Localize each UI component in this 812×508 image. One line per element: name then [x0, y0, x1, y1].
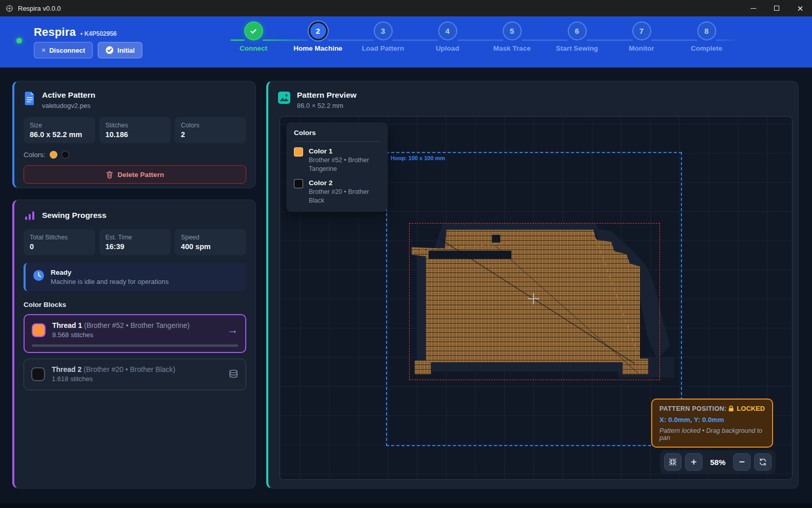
stat-size: Size 86.0 x 52.2 mm	[24, 117, 95, 143]
thread-1-swatch	[32, 323, 46, 337]
pattern-position-label: PATTERN POSITION:	[659, 405, 726, 412]
zoom-in-button[interactable]: +	[685, 453, 702, 471]
bar-chart-icon	[24, 209, 36, 222]
thread-1-name: Thread 1	[52, 321, 82, 329]
stat-est-time: Est. Time 16:39	[99, 229, 171, 255]
clock-icon	[33, 270, 45, 281]
pattern-filename: valetudogv2.pes	[42, 102, 95, 109]
refresh-icon	[759, 458, 767, 466]
lock-icon	[728, 405, 734, 412]
thread-2-meta: (Brother #20 • Brother Black)	[83, 365, 175, 373]
step-home-machine[interactable]: 2 Home Machine	[287, 21, 349, 52]
minimize-button[interactable]	[741, 0, 765, 16]
maximize-button[interactable]	[765, 0, 788, 16]
thread-1-block[interactable]: Thread 1 (Brother #52 • Brother Tangerin…	[24, 314, 246, 353]
legend-swatch-1	[294, 147, 303, 157]
sewing-progress-title: Sewing Progress	[42, 211, 106, 220]
step-start-sewing[interactable]: 6 Start Sewing	[546, 21, 608, 52]
close-icon: ✕	[797, 5, 804, 12]
pattern-position-hint: Pattern locked • Drag background to pan	[659, 427, 765, 441]
fit-to-screen-button[interactable]	[664, 453, 681, 471]
layers-stack-icon	[228, 369, 239, 379]
machine-status-box: Ready Machine is idle and ready for oper…	[24, 263, 246, 291]
pattern-bounds	[409, 223, 660, 380]
crosshair-icon	[533, 293, 534, 304]
stat-total-stitches: Total Stitches 0	[24, 229, 95, 255]
active-pattern-title: Active Pattern	[42, 91, 95, 100]
step-connect[interactable]: Connect	[223, 21, 284, 52]
step-upload[interactable]: 4 Upload	[417, 21, 478, 52]
thread-2-swatch	[31, 367, 45, 381]
image-icon	[277, 91, 291, 104]
zoom-out-button[interactable]: −	[733, 453, 751, 471]
delete-pattern-button[interactable]: Delete Pattern	[24, 165, 246, 184]
step-connect-circle	[244, 21, 263, 40]
machine-status-title: Ready	[51, 269, 169, 276]
pattern-coordinates: X: 0.0mm, Y: 0.0mm	[659, 416, 765, 424]
window-title: Respira v0.0.0	[18, 5, 61, 12]
stat-speed: Speed 400 spm	[175, 229, 246, 255]
maximize-icon	[774, 6, 779, 11]
pattern-dimensions: 86.0 × 52.2 mm	[297, 102, 356, 109]
minimize-icon	[751, 8, 756, 9]
check-icon	[249, 27, 258, 35]
document-icon	[24, 91, 36, 105]
app-icon	[6, 5, 13, 12]
step-load-pattern[interactable]: 3 Load Pattern	[352, 21, 414, 52]
sewing-progress-card: Sewing Progress Total Stitches 0 Est. Ti…	[12, 200, 256, 489]
legend-item-color-1: Color 1 Brother #52 • Brother Tangerine	[294, 147, 380, 173]
pattern-preview-title: Pattern Preview	[297, 91, 356, 100]
step-complete[interactable]: 8 Complete	[676, 21, 737, 52]
fit-to-screen-icon	[669, 458, 677, 466]
window-bottom-edge	[0, 503, 812, 508]
active-pattern-card: Active Pattern valetudogv2.pes Size 86.0…	[12, 81, 256, 188]
machine-status-desc: Machine is idle and ready for operations	[51, 278, 169, 285]
step-monitor[interactable]: 7 Monitor	[611, 21, 672, 52]
thread-1-progress-bar	[32, 344, 238, 347]
titlebar: Respira v0.0.0 ✕	[0, 0, 812, 16]
color-blocks-label: Color Blocks	[24, 301, 246, 308]
color-swatch-2	[61, 151, 69, 159]
thread-2-name: Thread 2	[52, 365, 81, 373]
zoom-toolbar: + 58% −	[660, 450, 776, 474]
stat-colors: Colors 2	[175, 117, 246, 143]
app-window: Respira v0.0.0 ✕ Respira • K4P502956 × D…	[0, 0, 812, 508]
legend-title: Colors	[294, 129, 380, 142]
stat-stitches: Stitches 10.186	[99, 117, 171, 143]
legend-item-color-2: Color 2 Brother #20 • Brother Black	[294, 179, 380, 205]
app-header: Respira • K4P502956 × Disconnect Initial	[0, 16, 812, 68]
thread-2-stitches: 1.618 stitches	[52, 375, 175, 383]
pattern-preview-card: Pattern Preview 86.0 × 52.2 mm Hoop: 100…	[266, 81, 799, 489]
close-button[interactable]: ✕	[788, 0, 812, 16]
pattern-position-overlay: PATTERN POSITION: LOCKED X: 0.0mm, Y: 0.…	[651, 399, 773, 448]
step-mask-trace[interactable]: 5 Mask Trace	[481, 21, 543, 52]
thread-2-block[interactable]: Thread 2 (Brother #20 • Brother Black) 1…	[24, 359, 246, 390]
locked-badge: LOCKED	[728, 405, 765, 412]
thread-1-stitches: 8.568 stitches	[52, 331, 189, 339]
zoom-level: 58%	[706, 458, 730, 467]
pattern-canvas[interactable]: Hoop: 100 x 100 mm	[280, 116, 793, 480]
wizard-stepper: Connect 2 Home Machine 3 Load Pattern 4 …	[0, 16, 812, 68]
color-swatch-1	[50, 151, 57, 159]
trash-icon	[106, 171, 113, 179]
arrow-right-icon: →	[227, 324, 238, 336]
reset-view-button[interactable]	[754, 453, 772, 471]
colors-legend: Colors Color 1 Brother #52 • Brother Tan…	[286, 122, 388, 212]
thread-1-meta: (Brother #52 • Brother Tangerine)	[84, 321, 189, 329]
legend-swatch-2	[294, 179, 303, 188]
colors-row-label: Colors:	[24, 151, 46, 159]
